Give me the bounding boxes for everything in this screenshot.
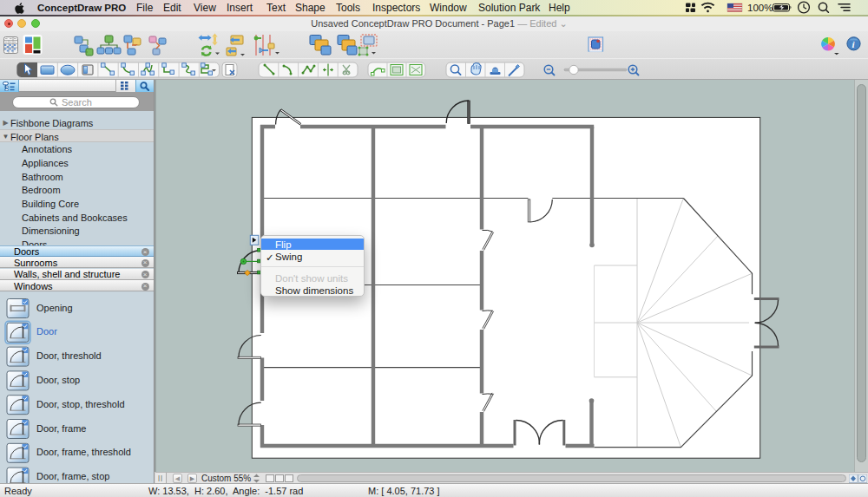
svg-text:100%: 100% (747, 3, 773, 13)
